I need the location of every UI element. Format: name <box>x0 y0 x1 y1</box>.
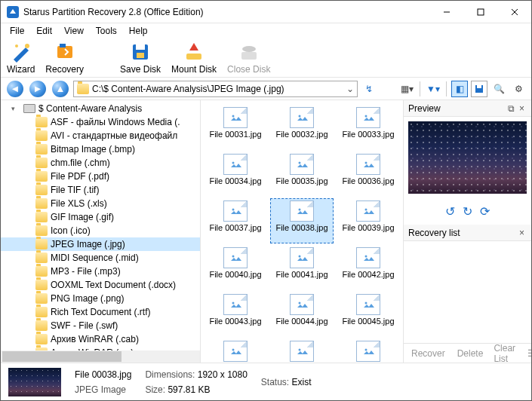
recovery-button[interactable]: Recovery <box>45 41 84 75</box>
tree-item[interactable]: MP3 - File (.mp3) <box>1 265 200 278</box>
menu-tools[interactable]: Tools <box>90 24 123 38</box>
list-options-icon[interactable]: ☰ <box>523 348 532 359</box>
svg-point-40 <box>365 256 367 258</box>
recovery-list-title: Recovery list <box>408 228 460 238</box>
tree-item[interactable]: ASF - файлы Windows Media (. <box>1 115 200 129</box>
file-item[interactable]: File 00031.jpg <box>204 105 267 150</box>
minimize-button[interactable] <box>429 1 463 23</box>
mountdisk-button[interactable]: Mount Disk <box>171 41 217 75</box>
svg-point-6 <box>15 44 18 47</box>
folder-icon <box>35 225 48 236</box>
tree-item[interactable]: PNG Image (.png) <box>1 292 200 305</box>
tree-item[interactable]: chm.file (.chm) <box>1 156 200 170</box>
settings-button[interactable]: ⚙ <box>510 81 527 97</box>
closedisk-button: Close Disk <box>227 41 270 75</box>
savedisk-button[interactable]: Save Disk <box>120 41 161 75</box>
file-item[interactable]: File 00045.jpg <box>337 292 400 337</box>
tree-item[interactable]: GIF Image (.gif) <box>1 210 200 224</box>
tree-item[interactable]: File PDF (.pdf) <box>1 170 200 183</box>
close-button[interactable] <box>497 1 531 23</box>
file-name: File 00041.jpg <box>275 270 328 279</box>
tree-root[interactable]: ▾$ Content-Aware Analysis <box>1 102 200 115</box>
svg-rect-11 <box>137 53 144 58</box>
file-item[interactable]: File 00047.jpg <box>270 338 334 363</box>
status-thumbnail <box>8 368 61 396</box>
titlebar: Starus Partition Recovery 2.8 (Office Ed… <box>1 1 531 23</box>
tree-item[interactable]: SWF - File (.swf) <box>1 319 200 332</box>
preview-undock-button[interactable]: ⧉ <box>506 103 517 114</box>
file-item[interactable]: File 00040.jpg <box>204 245 267 290</box>
file-item[interactable]: File 00048.jpg <box>337 338 400 363</box>
wizard-button[interactable]: Wizard <box>7 41 35 75</box>
tree-item[interactable]: File XLS (.xls) <box>1 197 200 210</box>
breadcrumb-text: C:\$ Content-Aware Analysis\JPEG Image (… <box>92 84 284 94</box>
preview-toggle[interactable]: ◧ <box>451 81 468 97</box>
wizard-label: Wizard <box>7 64 35 75</box>
tree-item[interactable]: Icon (.ico) <box>1 224 200 237</box>
file-name: File 00036.jpg <box>342 176 394 185</box>
preview-close-button[interactable]: × <box>517 103 527 114</box>
search-button[interactable]: 🔍 <box>490 81 507 97</box>
file-thumb-icon <box>223 107 248 128</box>
nav-up-button[interactable]: ▲ <box>51 80 70 98</box>
tree-hscroll[interactable] <box>1 350 200 363</box>
tree-item[interactable]: OOXML Text Document (.docx) <box>1 278 200 292</box>
file-item[interactable]: File 00043.jpg <box>204 292 267 337</box>
file-name: File 00038.jpg <box>275 223 328 232</box>
refresh-button[interactable]: ↯ <box>361 81 377 97</box>
file-item[interactable]: File 00033.jpg <box>337 105 400 150</box>
svg-rect-31 <box>296 207 308 216</box>
menu-help[interactable]: Help <box>123 24 154 38</box>
rotate-left-icon[interactable]: ↺ <box>445 204 455 219</box>
file-item[interactable]: File 00042.jpg <box>337 245 400 290</box>
rotate-reset-icon[interactable]: ⟳ <box>480 204 490 219</box>
tree-panel: ▾$ Content-Aware AnalysisASF - файлы Win… <box>1 100 201 363</box>
status-filename: File 00038.jpg <box>75 369 131 380</box>
file-thumb-icon <box>290 154 314 175</box>
file-item[interactable]: File 00034.jpg <box>204 152 267 197</box>
save-button[interactable] <box>471 81 487 97</box>
tree-item[interactable]: JPEG Image (.jpg) <box>1 237 200 251</box>
chevron-down-icon[interactable]: ⌄ <box>346 84 354 94</box>
folder-icon <box>35 266 48 277</box>
file-item[interactable]: File 00035.jpg <box>270 152 334 197</box>
menu-view[interactable]: View <box>58 24 90 38</box>
file-name: File 00035.jpg <box>275 176 328 185</box>
nav-forward-button[interactable]: ► <box>28 80 48 98</box>
nav-back-button[interactable]: ◄ <box>5 80 25 98</box>
svg-rect-33 <box>362 207 374 216</box>
folder-icon <box>35 185 48 195</box>
expander-icon[interactable]: ▾ <box>11 105 20 112</box>
tree-item[interactable]: File TIF (.tif) <box>1 183 200 197</box>
tree-item[interactable]: Bitmap Image (.bmp) <box>1 142 200 156</box>
recovery-close-button[interactable]: × <box>517 228 527 238</box>
view-options-button[interactable]: ▦▾ <box>398 81 415 97</box>
tree-item[interactable]: MIDI Sequence (.mid) <box>1 251 200 265</box>
file-item[interactable]: File 00032.jpg <box>270 105 334 150</box>
file-thumb-icon <box>356 107 380 128</box>
file-item[interactable]: File 00044.jpg <box>270 292 334 337</box>
svg-rect-35 <box>229 253 241 262</box>
preview-image <box>408 121 527 194</box>
file-item[interactable]: File 00041.jpg <box>270 245 334 290</box>
file-item[interactable]: File 00036.jpg <box>337 152 400 197</box>
tree-item[interactable]: Архив WinRAR (.cab) <box>1 332 200 346</box>
file-item[interactable]: File 00039.jpg <box>337 198 400 243</box>
svg-point-30 <box>232 209 235 211</box>
filter-button[interactable]: ▼▾ <box>425 81 441 97</box>
file-item[interactable]: File 00046.jpg <box>204 338 267 363</box>
menu-file[interactable]: File <box>4 24 30 38</box>
side-panel: Preview ⧉ × ↺ ↻ ⟳ Recovery list × Recove… <box>403 100 531 363</box>
tree-item[interactable]: AVI - стандартные видеофайл <box>1 129 200 142</box>
tree-item[interactable]: Rich Text Document (.rtf) <box>1 305 200 319</box>
file-thumb-icon <box>356 200 380 222</box>
svg-point-28 <box>365 162 367 164</box>
rotate-right-icon[interactable]: ↻ <box>463 204 472 219</box>
file-item[interactable]: File 00038.jpg <box>270 198 334 243</box>
maximize-button[interactable] <box>463 1 497 23</box>
size-value: 597.81 KB <box>168 384 210 395</box>
breadcrumb[interactable]: C:\$ Content-Aware Analysis\JPEG Image (… <box>73 81 358 97</box>
file-item[interactable]: File 00037.jpg <box>204 198 267 243</box>
menu-edit[interactable]: Edit <box>30 24 58 38</box>
preview-title: Preview <box>408 103 441 114</box>
